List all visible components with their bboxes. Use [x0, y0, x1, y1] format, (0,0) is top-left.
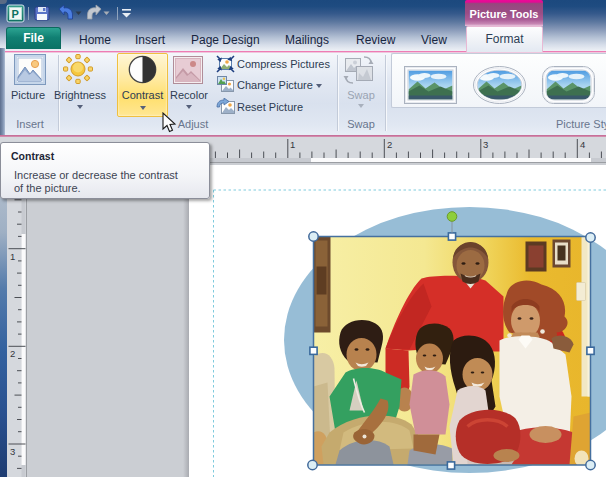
svg-text:P: P — [12, 8, 19, 20]
svg-text:3: 3 — [483, 139, 488, 150]
svg-text:1: 1 — [290, 139, 295, 150]
svg-text:2: 2 — [387, 139, 392, 150]
svg-text:4: 4 — [580, 139, 585, 150]
svg-text:1: 1 — [10, 251, 15, 262]
svg-text:3: 3 — [10, 446, 15, 457]
svg-text:2: 2 — [10, 348, 15, 359]
